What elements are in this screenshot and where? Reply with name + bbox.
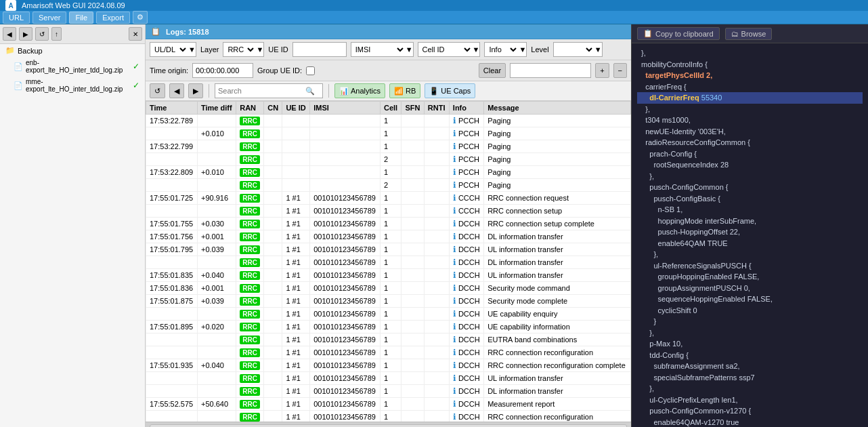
group-ue-id-checkbox[interactable] <box>306 66 315 75</box>
cell-timediff: +0.010 <box>197 127 236 140</box>
nav-prev-button[interactable]: ◀ <box>169 83 184 98</box>
imsi-select[interactable]: IMSI <box>351 43 406 56</box>
table-row[interactable]: 17:55:01.875 +0.039 RRC 1 #1 00101012345… <box>146 295 631 308</box>
table-row[interactable]: 17:53:22.789 RRC 1 ℹ PCCH Paging <box>146 115 631 127</box>
cell-cn <box>264 295 282 308</box>
tree-file-mme[interactable]: 📄 mme-export_lte_HO_inter_tdd_log.zip ✓ <box>0 76 145 95</box>
table-row[interactable]: RRC 1 #1 001010123456789 1 ℹ DCCH DL inf… <box>146 385 631 398</box>
export-button[interactable]: Export <box>96 12 130 24</box>
table-row[interactable]: 17:55:01.756 +0.001 RRC 1 #1 00101012345… <box>146 230 631 243</box>
tree-file-enb[interactable]: 📄 enb-export_lte_HO_inter_tdd_log.zip ✓ <box>0 57 145 76</box>
cell-cell: 1 <box>380 295 402 308</box>
ue-caps-button[interactable]: 📱 UE Caps <box>425 83 475 98</box>
table-row[interactable]: RRC 1 #1 001010123456789 1 ℹ DCCH RRC co… <box>146 346 631 359</box>
search-input[interactable] <box>215 84 303 98</box>
cell-time: 17:55:01.836 <box>146 282 198 295</box>
table-row[interactable]: 17:55:01.836 +0.001 RRC 1 #1 00101012345… <box>146 282 631 295</box>
left-panel: ◀ ▶ ↺ ↑ ✕ 📁 Backup 📄 enb-export_lte_HO_i… <box>0 24 146 427</box>
cell-imsi: 001010123456789 <box>310 243 381 256</box>
analytics-button[interactable]: 📊 Analytics <box>334 83 385 98</box>
table-row[interactable]: 17:55:01.895 +0.020 RRC 1 #1 00101012345… <box>146 321 631 333</box>
cell-cell: 1 <box>380 243 402 256</box>
log-table-wrap[interactable]: Time Time diff RAN CN UE ID IMSI Cell SF… <box>146 101 631 422</box>
ue-id-input[interactable] <box>292 42 347 57</box>
imsi-select-wrap[interactable]: IMSI ▼ <box>351 42 414 57</box>
table-row[interactable]: RRC 2 ℹ PCCH Paging <box>146 153 631 166</box>
code-line: }, <box>637 104 863 115</box>
uldl-select-wrap[interactable]: UL/DL ▼ <box>150 42 196 57</box>
clear-button[interactable]: Clear <box>479 63 506 78</box>
cell-timediff: +0.030 <box>197 218 236 230</box>
table-row[interactable]: 17:55:01.835 +0.040 RRC 1 #1 00101012345… <box>146 269 631 282</box>
table-row[interactable]: +0.010 RRC 1 ℹ PCCH Paging <box>146 127 631 140</box>
nav-next-button[interactable]: ▶ <box>188 83 203 98</box>
horizontal-scrollbar[interactable] <box>150 424 627 428</box>
server-button[interactable]: Server <box>32 12 66 24</box>
remove-filter-button[interactable]: − <box>613 63 627 78</box>
nav-refresh-button[interactable]: ↺ <box>35 27 49 41</box>
cell-timediff <box>197 333 236 346</box>
time-origin-input[interactable] <box>192 63 253 78</box>
search-input-wrap[interactable]: 🔍 <box>215 83 323 98</box>
table-row[interactable]: RRC 1 #1 001010123456789 1 ℹ DCCH UE cap… <box>146 308 631 321</box>
browse-label: Browse <box>741 30 766 38</box>
layer-select[interactable]: RRC <box>223 43 256 56</box>
table-row[interactable]: RRC 2 ℹ PCCH Paging <box>146 179 631 192</box>
cell-sfn <box>402 179 424 192</box>
table-row[interactable]: RRC 1 #1 001010123456789 1 ℹ DCCH DL inf… <box>146 256 631 269</box>
cell-id-select[interactable]: Cell ID <box>418 43 473 56</box>
uldl-select[interactable]: UL/DL <box>150 43 188 56</box>
nav-close-left[interactable]: ✕ <box>129 27 142 41</box>
log-header: 📋 Logs: 15818 <box>146 24 631 39</box>
cell-ueid: 1 #1 <box>282 256 310 269</box>
cell-message: RRC connection setup <box>484 205 631 218</box>
rb-button[interactable]: 📶 RB <box>389 83 420 98</box>
table-row[interactable]: 17:55:01.725 +90.916 RRC 1 #1 0010101234… <box>146 192 631 205</box>
file-button[interactable]: File <box>69 12 93 24</box>
browse-button[interactable]: 🗂 Browse <box>725 28 773 40</box>
info-select-wrap[interactable]: Info ▼ <box>484 42 527 57</box>
table-row[interactable]: RRC 1 #1 001010123456789 1 ℹ DCCH RRC co… <box>146 411 631 422</box>
settings-button[interactable]: ⚙ <box>133 11 148 24</box>
nav-forward-button[interactable]: ▶ <box>19 27 32 41</box>
rrc-badge: RRC <box>240 245 260 254</box>
code-line: enable64QAM TRUE <box>637 238 863 249</box>
table-row[interactable]: 17:53:22.809 +0.010 RRC 1 ℹ PCCH Paging <box>146 166 631 179</box>
cell-cn <box>264 359 282 372</box>
level-select-wrap[interactable]: ▼ <box>553 42 603 57</box>
search-submit-button[interactable]: 🔍 <box>303 87 317 96</box>
tree-backup[interactable]: 📁 Backup <box>0 44 145 57</box>
table-row[interactable]: 17:55:01.755 +0.030 RRC 1 #1 00101012345… <box>146 218 631 230</box>
cell-cell: 1 <box>380 321 402 333</box>
add-filter-button[interactable]: + <box>595 63 609 78</box>
cell-rnti <box>424 140 449 153</box>
table-row[interactable]: 17:53:22.799 RRC 1 ℹ PCCH Paging <box>146 140 631 153</box>
copy-to-clipboard-button[interactable]: 📋 Copy to clipboard <box>637 27 720 40</box>
cell-message: RRC connection reconfiguration complete <box>484 359 631 372</box>
cell-sfn <box>402 205 424 218</box>
cell-ran: RRC <box>236 192 264 205</box>
layer-select-wrap[interactable]: RRC ▼ <box>223 42 264 57</box>
nav-extra-button[interactable]: ↑ <box>51 27 62 41</box>
cell-message: DL information transfer <box>484 385 631 398</box>
cell-cn <box>264 127 282 140</box>
cell-cell: 1 <box>380 127 402 140</box>
table-row[interactable]: 17:55:52.575 +50.640 RRC 1 #1 0010101234… <box>146 398 631 411</box>
table-row[interactable]: 17:55:01.795 +0.039 RRC 1 #1 00101012345… <box>146 243 631 256</box>
cell-id-select-wrap[interactable]: Cell ID ▼ <box>418 42 481 57</box>
nav-back-button[interactable]: ◀ <box>3 27 16 41</box>
table-row[interactable]: RRC 1 #1 001010123456789 1 ℹ DCCH EUTRA … <box>146 333 631 346</box>
cell-cell: 2 <box>380 179 402 192</box>
cell-cell: 1 <box>380 230 402 243</box>
center-panel: 📋 Logs: 15818 UL/DL ▼ Layer RRC ▼ <box>146 24 631 427</box>
table-row[interactable]: RRC 1 #1 001010123456789 1 ℹ DCCH UL inf… <box>146 372 631 385</box>
table-row[interactable]: RRC 1 #1 001010123456789 1 ℹ CCCH RRC co… <box>146 205 631 218</box>
filter-text-input[interactable] <box>510 63 591 78</box>
refresh-log-button[interactable]: ↺ <box>150 83 165 98</box>
left-panel-toolbar: ◀ ▶ ↺ ↑ ✕ <box>0 24 145 44</box>
url-button[interactable]: URL <box>3 12 30 24</box>
code-line: t304 ms1000, <box>637 115 863 126</box>
table-row[interactable]: 17:55:01.935 +0.040 RRC 1 #1 00101012345… <box>146 359 631 372</box>
info-select[interactable]: Info <box>485 43 519 56</box>
level-select[interactable] <box>554 43 594 56</box>
